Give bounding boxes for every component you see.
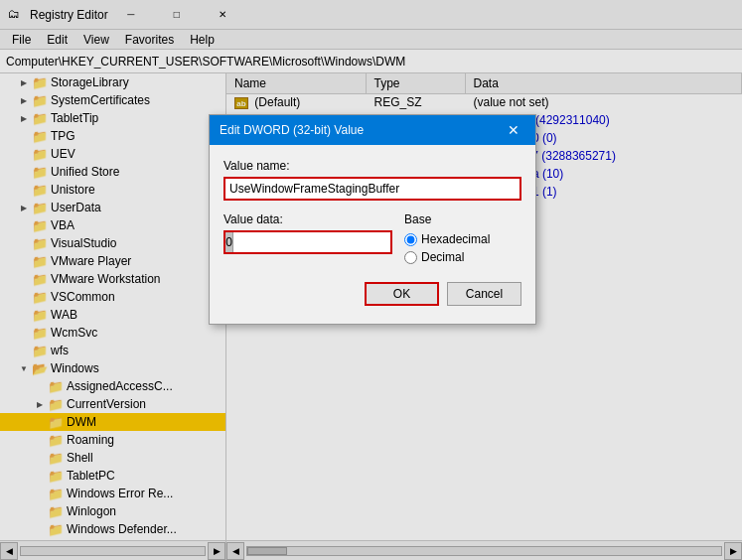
dialog-buttons: OK Cancel <box>223 278 521 310</box>
dialog-body: Value name: Value data: 0 Base Hexadecim… <box>210 145 535 324</box>
edit-dword-dialog: Edit DWORD (32-bit) Value ✕ Value name: … <box>209 114 536 325</box>
value-data-input[interactable] <box>233 232 390 252</box>
value-data-wrap: 0 <box>223 230 392 254</box>
cancel-button[interactable]: Cancel <box>447 282 521 306</box>
radio-hexadecimal[interactable]: Hexadecimal <box>404 232 490 246</box>
hex-label: Hexadecimal <box>421 232 490 246</box>
radio-decimal[interactable]: Decimal <box>404 250 490 264</box>
base-group: Base Hexadecimal Decimal <box>404 212 490 264</box>
value-name-label: Value name: <box>223 159 521 173</box>
dec-label: Decimal <box>421 250 464 264</box>
value-name-input[interactable] <box>223 177 521 201</box>
data-prefix-box: 0 <box>225 232 233 252</box>
dialog-data-row: Value data: 0 Base Hexadecimal Decimal <box>223 212 521 264</box>
value-data-label: Value data: <box>223 212 392 226</box>
modal-overlay: Edit DWORD (32-bit) Value ✕ Value name: … <box>0 0 742 560</box>
dialog-title-bar: Edit DWORD (32-bit) Value ✕ <box>210 115 535 145</box>
base-label: Base <box>404 212 490 226</box>
ok-button[interactable]: OK <box>365 282 439 306</box>
value-data-section: Value data: 0 <box>223 212 392 264</box>
dialog-close-button[interactable]: ✕ <box>502 118 525 142</box>
dialog-title: Edit DWORD (32-bit) Value <box>220 123 364 137</box>
